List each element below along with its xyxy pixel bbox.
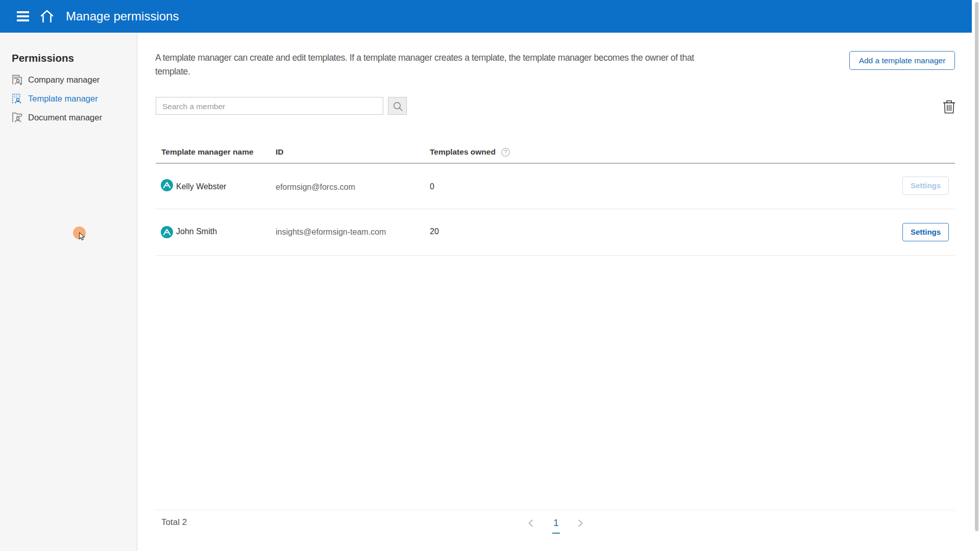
svg-text:?: ? (504, 149, 507, 155)
